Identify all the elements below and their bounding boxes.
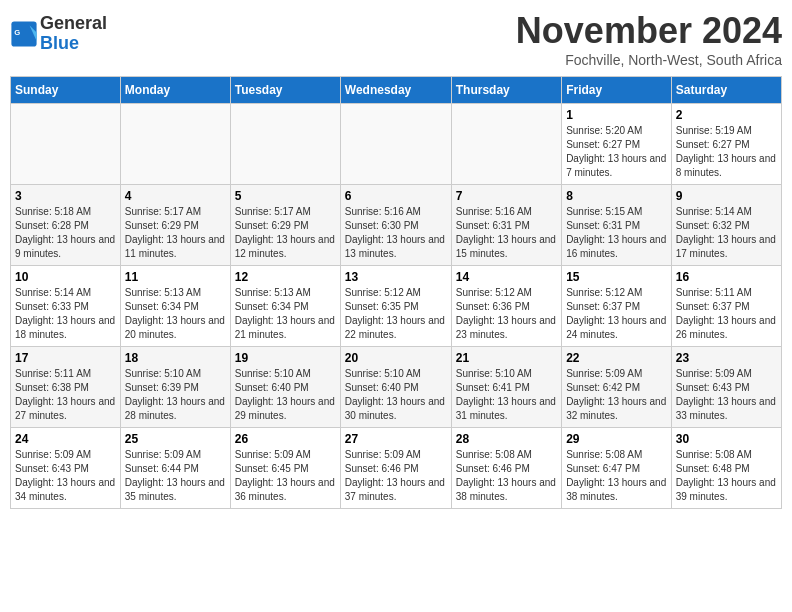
calendar-day-cell: 30Sunrise: 5:08 AM Sunset: 6:48 PM Dayli… xyxy=(671,428,781,509)
calendar-day-cell: 21Sunrise: 5:10 AM Sunset: 6:41 PM Dayli… xyxy=(451,347,561,428)
calendar-day-cell: 18Sunrise: 5:10 AM Sunset: 6:39 PM Dayli… xyxy=(120,347,230,428)
day-info: Sunrise: 5:12 AM Sunset: 6:35 PM Dayligh… xyxy=(345,286,447,342)
day-number: 12 xyxy=(235,270,336,284)
calendar-week-row: 1Sunrise: 5:20 AM Sunset: 6:27 PM Daylig… xyxy=(11,104,782,185)
day-number: 2 xyxy=(676,108,777,122)
day-number: 24 xyxy=(15,432,116,446)
calendar-week-row: 10Sunrise: 5:14 AM Sunset: 6:33 PM Dayli… xyxy=(11,266,782,347)
day-info: Sunrise: 5:17 AM Sunset: 6:29 PM Dayligh… xyxy=(235,205,336,261)
day-info: Sunrise: 5:16 AM Sunset: 6:31 PM Dayligh… xyxy=(456,205,557,261)
day-info: Sunrise: 5:13 AM Sunset: 6:34 PM Dayligh… xyxy=(235,286,336,342)
day-info: Sunrise: 5:12 AM Sunset: 6:36 PM Dayligh… xyxy=(456,286,557,342)
day-number: 7 xyxy=(456,189,557,203)
day-number: 25 xyxy=(125,432,226,446)
day-number: 15 xyxy=(566,270,667,284)
day-number: 30 xyxy=(676,432,777,446)
day-info: Sunrise: 5:09 AM Sunset: 6:43 PM Dayligh… xyxy=(15,448,116,504)
calendar-table: SundayMondayTuesdayWednesdayThursdayFrid… xyxy=(10,76,782,509)
calendar-day-cell: 14Sunrise: 5:12 AM Sunset: 6:36 PM Dayli… xyxy=(451,266,561,347)
day-info: Sunrise: 5:11 AM Sunset: 6:37 PM Dayligh… xyxy=(676,286,777,342)
calendar-day-cell: 10Sunrise: 5:14 AM Sunset: 6:33 PM Dayli… xyxy=(11,266,121,347)
day-header-tuesday: Tuesday xyxy=(230,77,340,104)
calendar-day-cell: 16Sunrise: 5:11 AM Sunset: 6:37 PM Dayli… xyxy=(671,266,781,347)
day-number: 18 xyxy=(125,351,226,365)
calendar-day-cell: 27Sunrise: 5:09 AM Sunset: 6:46 PM Dayli… xyxy=(340,428,451,509)
calendar-week-row: 24Sunrise: 5:09 AM Sunset: 6:43 PM Dayli… xyxy=(11,428,782,509)
calendar-day-cell: 15Sunrise: 5:12 AM Sunset: 6:37 PM Dayli… xyxy=(562,266,672,347)
day-info: Sunrise: 5:09 AM Sunset: 6:46 PM Dayligh… xyxy=(345,448,447,504)
day-info: Sunrise: 5:15 AM Sunset: 6:31 PM Dayligh… xyxy=(566,205,667,261)
day-info: Sunrise: 5:14 AM Sunset: 6:32 PM Dayligh… xyxy=(676,205,777,261)
calendar-day-cell xyxy=(11,104,121,185)
day-info: Sunrise: 5:19 AM Sunset: 6:27 PM Dayligh… xyxy=(676,124,777,180)
calendar-day-cell: 13Sunrise: 5:12 AM Sunset: 6:35 PM Dayli… xyxy=(340,266,451,347)
calendar-day-cell: 3Sunrise: 5:18 AM Sunset: 6:28 PM Daylig… xyxy=(11,185,121,266)
day-number: 8 xyxy=(566,189,667,203)
logo-icon: G xyxy=(10,20,38,48)
calendar-day-cell: 20Sunrise: 5:10 AM Sunset: 6:40 PM Dayli… xyxy=(340,347,451,428)
day-number: 6 xyxy=(345,189,447,203)
day-info: Sunrise: 5:10 AM Sunset: 6:40 PM Dayligh… xyxy=(345,367,447,423)
day-number: 14 xyxy=(456,270,557,284)
day-number: 28 xyxy=(456,432,557,446)
day-info: Sunrise: 5:08 AM Sunset: 6:46 PM Dayligh… xyxy=(456,448,557,504)
day-number: 10 xyxy=(15,270,116,284)
day-number: 5 xyxy=(235,189,336,203)
day-info: Sunrise: 5:13 AM Sunset: 6:34 PM Dayligh… xyxy=(125,286,226,342)
logo: G General Blue xyxy=(10,14,107,54)
day-info: Sunrise: 5:10 AM Sunset: 6:39 PM Dayligh… xyxy=(125,367,226,423)
calendar-day-cell xyxy=(340,104,451,185)
day-info: Sunrise: 5:10 AM Sunset: 6:41 PM Dayligh… xyxy=(456,367,557,423)
calendar-day-cell: 4Sunrise: 5:17 AM Sunset: 6:29 PM Daylig… xyxy=(120,185,230,266)
day-number: 3 xyxy=(15,189,116,203)
day-number: 1 xyxy=(566,108,667,122)
page-title: November 2024 xyxy=(516,10,782,52)
day-number: 16 xyxy=(676,270,777,284)
day-info: Sunrise: 5:16 AM Sunset: 6:30 PM Dayligh… xyxy=(345,205,447,261)
day-info: Sunrise: 5:09 AM Sunset: 6:45 PM Dayligh… xyxy=(235,448,336,504)
day-number: 17 xyxy=(15,351,116,365)
svg-text:G: G xyxy=(14,28,20,37)
day-number: 11 xyxy=(125,270,226,284)
day-number: 29 xyxy=(566,432,667,446)
calendar-day-cell: 1Sunrise: 5:20 AM Sunset: 6:27 PM Daylig… xyxy=(562,104,672,185)
day-info: Sunrise: 5:11 AM Sunset: 6:38 PM Dayligh… xyxy=(15,367,116,423)
calendar-day-cell xyxy=(451,104,561,185)
day-header-sunday: Sunday xyxy=(11,77,121,104)
calendar-day-cell: 19Sunrise: 5:10 AM Sunset: 6:40 PM Dayli… xyxy=(230,347,340,428)
day-number: 26 xyxy=(235,432,336,446)
location-subtitle: Fochville, North-West, South Africa xyxy=(516,52,782,68)
day-number: 13 xyxy=(345,270,447,284)
day-number: 4 xyxy=(125,189,226,203)
day-info: Sunrise: 5:09 AM Sunset: 6:42 PM Dayligh… xyxy=(566,367,667,423)
page-header: G General Blue November 2024 Fochville, … xyxy=(10,10,782,68)
day-info: Sunrise: 5:08 AM Sunset: 6:48 PM Dayligh… xyxy=(676,448,777,504)
calendar-day-cell: 11Sunrise: 5:13 AM Sunset: 6:34 PM Dayli… xyxy=(120,266,230,347)
calendar-day-cell: 12Sunrise: 5:13 AM Sunset: 6:34 PM Dayli… xyxy=(230,266,340,347)
day-info: Sunrise: 5:08 AM Sunset: 6:47 PM Dayligh… xyxy=(566,448,667,504)
calendar-day-cell: 5Sunrise: 5:17 AM Sunset: 6:29 PM Daylig… xyxy=(230,185,340,266)
calendar-day-cell: 29Sunrise: 5:08 AM Sunset: 6:47 PM Dayli… xyxy=(562,428,672,509)
logo-blue-text: Blue xyxy=(40,33,79,53)
calendar-day-cell: 28Sunrise: 5:08 AM Sunset: 6:46 PM Dayli… xyxy=(451,428,561,509)
day-number: 23 xyxy=(676,351,777,365)
logo-general: General xyxy=(40,13,107,33)
day-header-friday: Friday xyxy=(562,77,672,104)
day-info: Sunrise: 5:09 AM Sunset: 6:44 PM Dayligh… xyxy=(125,448,226,504)
day-info: Sunrise: 5:09 AM Sunset: 6:43 PM Dayligh… xyxy=(676,367,777,423)
calendar-day-cell: 24Sunrise: 5:09 AM Sunset: 6:43 PM Dayli… xyxy=(11,428,121,509)
day-number: 9 xyxy=(676,189,777,203)
day-number: 21 xyxy=(456,351,557,365)
day-info: Sunrise: 5:20 AM Sunset: 6:27 PM Dayligh… xyxy=(566,124,667,180)
day-number: 20 xyxy=(345,351,447,365)
calendar-week-row: 17Sunrise: 5:11 AM Sunset: 6:38 PM Dayli… xyxy=(11,347,782,428)
day-number: 19 xyxy=(235,351,336,365)
day-header-saturday: Saturday xyxy=(671,77,781,104)
calendar-day-cell: 25Sunrise: 5:09 AM Sunset: 6:44 PM Dayli… xyxy=(120,428,230,509)
calendar-day-cell xyxy=(120,104,230,185)
calendar-week-row: 3Sunrise: 5:18 AM Sunset: 6:28 PM Daylig… xyxy=(11,185,782,266)
calendar-day-cell: 23Sunrise: 5:09 AM Sunset: 6:43 PM Dayli… xyxy=(671,347,781,428)
calendar-day-cell: 22Sunrise: 5:09 AM Sunset: 6:42 PM Dayli… xyxy=(562,347,672,428)
calendar-day-cell: 7Sunrise: 5:16 AM Sunset: 6:31 PM Daylig… xyxy=(451,185,561,266)
day-info: Sunrise: 5:14 AM Sunset: 6:33 PM Dayligh… xyxy=(15,286,116,342)
